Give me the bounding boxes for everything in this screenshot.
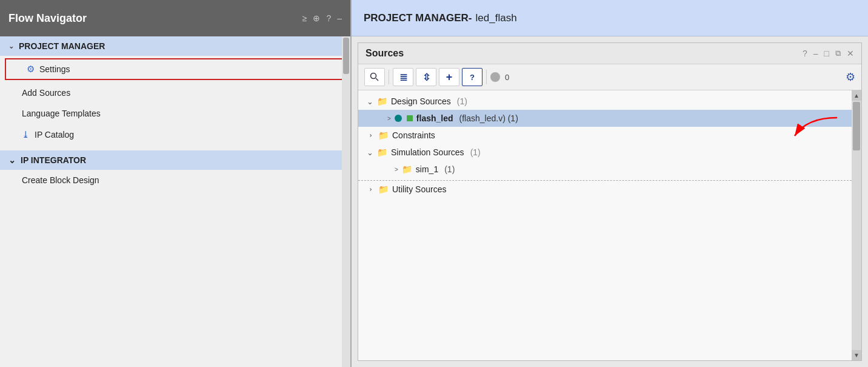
sources-header: Sources ? – □ ⧉ ✕ (358, 43, 861, 64)
flow-nav-header-icons: ≥ ⊕ ? – (302, 13, 342, 23)
constraints-chevron: ⌄ (366, 133, 373, 138)
sources-window-icons: ? – □ ⧉ ✕ (803, 49, 854, 58)
simulation-sources-label: Simulation Sources (391, 147, 464, 157)
design-sources-label: Design Sources (391, 96, 451, 106)
ip-catalog-item[interactable]: ⤓ IP Catalog (0, 124, 350, 146)
design-sources-section[interactable]: ⌄ 📁 Design Sources (1) (358, 93, 852, 110)
design-sources-folder-icon: 📁 (377, 96, 387, 106)
sources-tree: ⌄ 📁 Design Sources (1) (358, 90, 852, 360)
sources-restore-icon[interactable]: □ (824, 49, 829, 58)
sources-close-icon[interactable]: ✕ (847, 49, 854, 58)
toolbar-gear-icon[interactable]: ⚙ (846, 70, 855, 84)
simulation-sources-chevron: ⌄ (367, 148, 373, 157)
sources-scrollbar[interactable]: ▲ ▼ (852, 90, 861, 360)
sources-minimize-icon[interactable]: – (813, 49, 818, 58)
expand-icon[interactable]: ⊕ (313, 13, 320, 23)
utility-sources-chevron: ⌄ (366, 187, 373, 192)
flow-navigator: Flow Navigator ≥ ⊕ ? – ⌄ PROJECT MANAGER… (0, 0, 352, 367)
flash-led-green-square (407, 115, 413, 121)
flash-led-teal-dot (395, 115, 402, 122)
sim-1-chevron: > (395, 166, 398, 173)
scrollbar-up-arrow[interactable]: ▲ (852, 90, 861, 101)
settings-label: Settings (39, 64, 70, 74)
constraints-label: Constraints (392, 130, 435, 140)
add-sources-label: Add Sources (22, 88, 70, 98)
flash-led-item[interactable]: > flash_led (flash_led.v) (1) (358, 110, 852, 127)
scrollbar-down-arrow[interactable]: ▼ (852, 350, 861, 360)
status-circle (490, 72, 500, 82)
status-count: 0 (505, 73, 509, 82)
main-panel: PROJECT MANAGER - led_flash Sources ? – … (352, 0, 868, 367)
language-templates-item[interactable]: Language Templates (0, 103, 350, 124)
project-manager-chevron: ⌄ (8, 42, 14, 50)
project-manager-section[interactable]: ⌄ PROJECT MANAGER (0, 36, 350, 56)
flash-led-name: flash_led (416, 113, 453, 123)
sources-toolbar: ≣ ⇳ + ? 0 ⚙ (358, 64, 861, 90)
flash-led-detail: (flash_led.v) (1) (459, 113, 518, 123)
red-arrow-annotation (789, 115, 843, 145)
sources-panel: Sources ? – □ ⧉ ✕ ≣ ⇳ + ? (358, 42, 862, 361)
svg-line-1 (376, 78, 378, 81)
flow-nav-body: ⌄ PROJECT MANAGER ⚙ Settings Add Sources… (0, 36, 350, 367)
main-header: PROJECT MANAGER - led_flash (352, 0, 868, 36)
flow-nav-title: Flow Navigator (8, 12, 87, 25)
design-sources-chevron: ⌄ (367, 97, 373, 106)
sources-float-icon[interactable]: ⧉ (835, 49, 841, 58)
main-header-separator: - (469, 12, 472, 24)
simulation-sources-count: (1) (470, 147, 481, 157)
help-badge-button[interactable]: ? (462, 68, 482, 86)
search-icon (370, 72, 379, 82)
ip-integrator-chevron: ⌄ (8, 155, 16, 165)
create-block-design-label: Create Block Design (22, 175, 99, 185)
simulation-sources-section[interactable]: ⌄ 📁 Simulation Sources (1) (358, 144, 852, 161)
help-icon[interactable]: ? (326, 13, 331, 23)
collapse-icon[interactable]: ≥ (302, 13, 307, 23)
ip-catalog-pin-icon: ⤓ (22, 129, 30, 140)
flow-nav-header: Flow Navigator ≥ ⊕ ? – (0, 0, 350, 36)
sort-button[interactable]: ⇳ (416, 68, 436, 86)
sources-help-icon[interactable]: ? (803, 49, 807, 58)
flash-led-chevron: > (387, 115, 391, 122)
ip-catalog-label: IP Catalog (35, 130, 74, 140)
project-manager-label: PROJECT MANAGER (19, 41, 105, 51)
toolbar-sep-2 (486, 70, 487, 84)
search-button[interactable] (364, 68, 385, 86)
settings-item[interactable]: ⚙ Settings (5, 58, 346, 80)
sources-title: Sources (366, 48, 404, 59)
language-templates-label: Language Templates (22, 109, 101, 118)
design-sources-count: (1) (457, 96, 467, 106)
simulation-sources-folder-icon: 📁 (377, 147, 387, 157)
toolbar-sep-1 (389, 70, 389, 84)
utility-sources-folder-icon: 📁 (378, 184, 389, 194)
add-sources-item[interactable]: Add Sources (0, 82, 350, 103)
settings-gear-icon: ⚙ (27, 64, 35, 75)
sim-1-detail: (1) (444, 164, 455, 174)
sim-1-folder-icon: 📁 (402, 164, 412, 174)
minimize-icon[interactable]: – (337, 13, 342, 23)
sources-body: ⌄ 📁 Design Sources (1) (358, 90, 861, 360)
left-scrollbar-track[interactable] (342, 36, 350, 367)
main-panel-subtitle: led_flash (476, 12, 517, 24)
sim-1-label: sim_1 (416, 164, 438, 174)
constraints-section[interactable]: ⌄ 📁 Constraints (358, 127, 852, 144)
collapse-all-button[interactable]: ≣ (393, 68, 413, 86)
sim-1-item[interactable]: > 📁 sim_1 (1) (358, 161, 852, 178)
constraints-folder-icon: 📁 (378, 130, 389, 140)
ip-integrator-section[interactable]: ⌄ IP INTEGRATOR (0, 150, 350, 170)
utility-sources-label: Utility Sources (392, 184, 446, 194)
utility-sources-section[interactable]: ⌄ 📁 Utility Sources (358, 180, 852, 198)
scrollbar-track (852, 101, 861, 350)
svg-point-0 (371, 73, 376, 79)
add-button[interactable]: + (439, 68, 459, 86)
create-block-design-item[interactable]: Create Block Design (0, 170, 350, 190)
main-panel-title: PROJECT MANAGER (364, 12, 469, 24)
ip-integrator-label: IP INTEGRATOR (21, 155, 86, 165)
scrollbar-thumb (853, 102, 860, 150)
left-scrollbar-thumb (343, 38, 349, 74)
